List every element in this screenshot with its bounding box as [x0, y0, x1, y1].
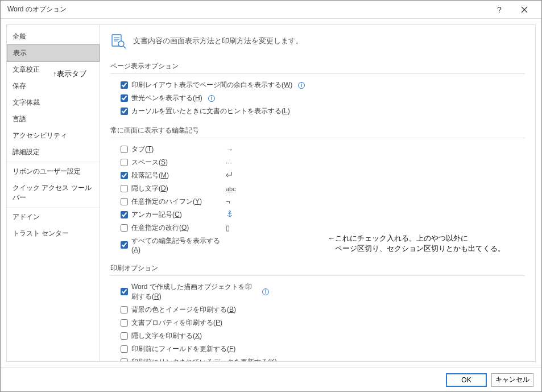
sidebar-item[interactable]: アドイン	[7, 209, 100, 225]
option-checkbox[interactable]	[121, 288, 128, 295]
mark-symbol	[226, 210, 243, 220]
close-icon	[521, 6, 528, 13]
sidebar-item[interactable]: 詳細設定	[7, 144, 100, 160]
main-heading: 文書内容の画面表示方法と印刷方法を変更します。	[110, 33, 525, 49]
option-checkbox[interactable]	[121, 358, 128, 362]
svg-point-4	[118, 41, 124, 47]
sidebar-item[interactable]: トラスト センター	[7, 225, 100, 242]
sidebar-item[interactable]: 言語	[7, 111, 100, 127]
option-label[interactable]: 隠し文字(D)	[131, 184, 222, 193]
cancel-button[interactable]: キャンセル	[491, 373, 533, 387]
option-checkbox[interactable]	[121, 198, 128, 205]
option-row: 任意指定のハイフン(Y)¬	[110, 195, 525, 208]
option-label[interactable]: 印刷前にリンクされているデータを更新する(K)	[131, 357, 277, 362]
sidebar: 全般表示文章校正保存文字体裁言語アクセシビリティ詳細設定リボンのユーザー設定クイ…	[6, 24, 100, 362]
mark-symbol: ¬	[226, 197, 243, 206]
option-row: アンカー記号(C)	[110, 208, 525, 221]
option-row: 隠し文字(D)abc	[110, 182, 525, 195]
titlebar: Word のオプション ?	[1, 1, 541, 19]
option-checkbox[interactable]	[121, 172, 128, 179]
section-editing-marks-title: 常に画面に表示する編集記号	[110, 123, 525, 138]
option-row: 任意指定の改行(O)▯	[110, 221, 525, 234]
option-row: 文書プロパティを印刷する(P)	[110, 316, 525, 329]
option-label[interactable]: 任意指定の改行(O)	[131, 223, 222, 233]
option-label[interactable]: 隠し文字を印刷する(X)	[131, 331, 202, 341]
option-checkbox[interactable]	[121, 108, 128, 115]
option-checkbox[interactable]	[121, 159, 128, 166]
section-print: Word で作成した描画オブジェクトを印刷する(R)i背景の色とイメージを印刷す…	[110, 280, 525, 362]
info-icon[interactable]: i	[298, 82, 305, 89]
option-checkbox[interactable]	[121, 345, 128, 353]
sidebar-item[interactable]: 保存	[7, 78, 100, 94]
word-options-dialog: Word のオプション ? 全般表示文章校正保存文字体裁言語アクセシビリティ詳細…	[0, 0, 542, 392]
info-icon[interactable]: i	[208, 95, 215, 102]
option-checkbox[interactable]	[121, 146, 128, 153]
option-label[interactable]: スペース(S)	[131, 158, 222, 167]
option-label[interactable]: アンカー記号(C)	[131, 210, 222, 220]
option-label[interactable]: 背景の色とイメージを印刷する(B)	[131, 305, 236, 315]
option-checkbox[interactable]	[121, 241, 128, 249]
option-row: 段落記号(M)	[110, 169, 525, 182]
mark-symbol: abc	[226, 184, 243, 193]
section-print-title: 印刷オプション	[110, 261, 525, 276]
option-checkbox[interactable]	[121, 332, 128, 340]
dialog-body: 全般表示文章校正保存文字体裁言語アクセシビリティ詳細設定リボンのユーザー設定クイ…	[1, 19, 541, 368]
section-editing-marks: タブ(T)→スペース(S)···段落記号(M)隠し文字(D)abc任意指定のハイ…	[110, 143, 525, 255]
option-label[interactable]: Word で作成した描画オブジェクトを印刷する(R)	[131, 282, 256, 302]
option-label[interactable]: タブ(T)	[131, 145, 222, 154]
option-label[interactable]: すべての編集記号を表示する(A)	[131, 236, 222, 254]
option-label[interactable]: 印刷前にフィールドを更新する(F)	[131, 344, 235, 354]
option-checkbox[interactable]	[121, 224, 128, 232]
option-row: カーソルを置いたときに文書のヒントを表示する(L)	[110, 105, 525, 118]
option-label[interactable]: 蛍光ペンを表示する(H)	[131, 93, 202, 103]
info-icon[interactable]: i	[262, 288, 269, 295]
option-checkbox[interactable]	[121, 211, 128, 218]
option-row: 隠し文字を印刷する(X)	[110, 329, 525, 343]
option-row: 蛍光ペンを表示する(H)i	[110, 92, 525, 105]
mark-symbol: →	[226, 145, 243, 154]
sidebar-item[interactable]: 表示	[7, 44, 100, 62]
display-options-icon	[110, 33, 126, 49]
sidebar-item[interactable]: リボンのユーザー設定	[7, 163, 100, 180]
option-checkbox[interactable]	[121, 319, 128, 327]
option-label[interactable]: 文書プロパティを印刷する(P)	[131, 318, 222, 328]
option-checkbox[interactable]	[121, 306, 128, 313]
option-row: スペース(S)···	[110, 156, 525, 169]
option-checkbox[interactable]	[121, 81, 128, 89]
option-checkbox[interactable]	[121, 185, 128, 192]
help-button[interactable]: ?	[487, 1, 512, 18]
section-page-display-title: ページ表示オプション	[110, 59, 525, 74]
option-row: すべての編集記号を表示する(A)	[110, 234, 525, 255]
svg-line-5	[123, 46, 126, 48]
sidebar-item[interactable]: 文字体裁	[7, 94, 100, 111]
ok-button[interactable]: OK	[446, 373, 487, 387]
option-label[interactable]: カーソルを置いたときに文書のヒントを表示する(L)	[131, 106, 290, 116]
section-page-display: 印刷レイアウト表示でページ間の余白を表示する(W)i蛍光ペンを表示する(H)iカ…	[110, 79, 525, 118]
option-checkbox[interactable]	[121, 94, 128, 102]
sidebar-item[interactable]: 全般	[7, 28, 100, 45]
option-row: 背景の色とイメージを印刷する(B)	[110, 303, 525, 316]
sidebar-item[interactable]: 文章校正	[7, 61, 100, 78]
sidebar-item[interactable]: クイック アクセス ツール バー	[7, 180, 100, 206]
option-row: 印刷レイアウト表示でページ間の余白を表示する(W)i	[110, 79, 525, 92]
mark-symbol: ···	[226, 158, 243, 167]
option-label[interactable]: 任意指定のハイフン(Y)	[131, 197, 222, 207]
dialog-title: Word のオプション	[7, 5, 487, 14]
main-heading-text: 文書内容の画面表示方法と印刷方法を変更します。	[133, 36, 303, 46]
option-label[interactable]: 印刷レイアウト表示でページ間の余白を表示する(W)	[131, 80, 292, 90]
mark-symbol	[226, 171, 243, 180]
sidebar-item[interactable]: アクセシビリティ	[7, 127, 100, 144]
option-label[interactable]: 段落記号(M)	[131, 171, 222, 180]
option-row: タブ(T)→	[110, 143, 525, 156]
mark-symbol: ▯	[226, 224, 243, 232]
svg-point-6	[229, 211, 231, 213]
option-row: 印刷前にフィールドを更新する(F)	[110, 343, 525, 356]
option-row: Word で作成した描画オブジェクトを印刷する(R)i	[110, 280, 525, 303]
dialog-footer: OK キャンセル	[1, 368, 541, 391]
option-row: 印刷前にリンクされているデータを更新する(K)	[110, 356, 525, 362]
close-button[interactable]	[512, 1, 537, 18]
main-panel: 文書内容の画面表示方法と印刷方法を変更します。 ページ表示オプション 印刷レイア…	[100, 24, 536, 362]
